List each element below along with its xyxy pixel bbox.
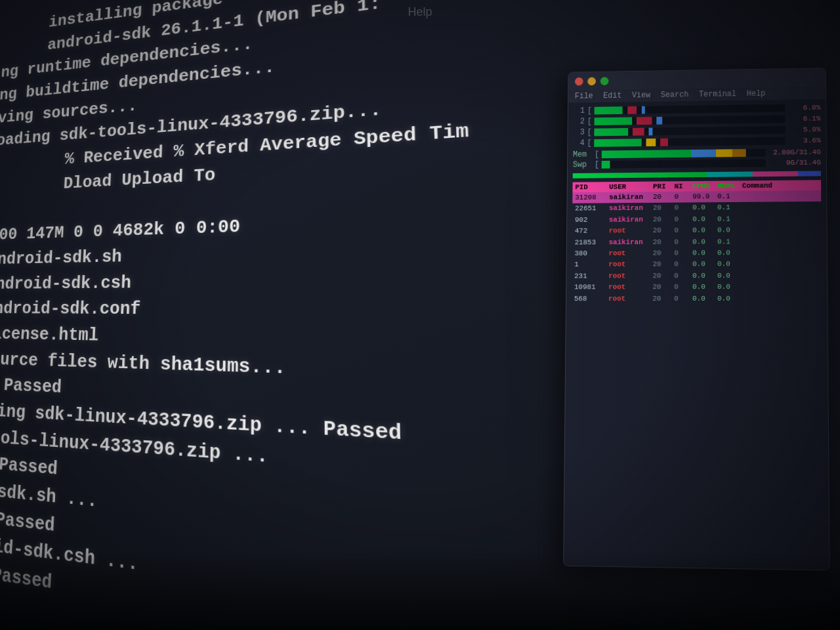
minimize-button[interactable]: [587, 77, 596, 85]
color-indicator: [573, 171, 821, 178]
swap-bar: [602, 159, 766, 169]
cpu-row-1: 1 [ 6.0%: [574, 103, 821, 116]
cpu-label-3: 3: [573, 128, 585, 137]
process-row: 380 root 20 0 0.0 0.0: [572, 247, 821, 260]
cpu-bar-3: [595, 126, 786, 136]
process-row: 21853 saikiran 20 0 0.0 0.1: [572, 236, 822, 248]
cpu-row-4: 4 [ 3.6%: [573, 136, 821, 148]
swap-row: Swp [ 9G/31.4G: [573, 158, 821, 170]
process-row: 902 saikiran 20 0 0.0 0.1: [572, 213, 822, 226]
menu-view[interactable]: View: [632, 91, 650, 100]
cpu-section: 1 [ 6.0% 2 [ 6.1%: [573, 103, 821, 148]
cpu-label-1: 1: [574, 106, 585, 116]
process-row: 568 root 20 0 0.0 0.0: [572, 293, 822, 304]
col-pri: PRI: [653, 182, 669, 190]
terminal-content: installing package android-sdk 26.1.1-1 …: [0, 0, 559, 630]
process-row: 231 root 20 0 0.0 0.0: [572, 270, 822, 282]
swap-value: 9G/31.4G: [768, 159, 821, 167]
process-row: 472 root 20 0 0.0 0.0: [572, 224, 822, 237]
col-mem: MEM%: [717, 182, 737, 190]
cpu-row-2: 2 [ 6.1%: [573, 114, 820, 127]
cpu-label-4: 4: [573, 138, 585, 148]
htop-body: 1 [ 6.0% 2 [ 6.1%: [566, 99, 828, 308]
col-user: USER: [609, 183, 648, 191]
mem-value: 2.80G/31.4G: [768, 148, 821, 157]
menu-help[interactable]: Help: [747, 89, 766, 98]
cpu-bar-4: [594, 137, 785, 147]
help-menu-label: Help: [408, 5, 432, 19]
col-pid: PID: [575, 183, 604, 191]
cpu-row-3: 3 [ 5.9%: [573, 125, 820, 136]
col-command: Command: [742, 182, 772, 190]
process-list: 31208 saikiran 20 0 99.9 0.1 22651 saiki…: [572, 190, 822, 304]
cpu-bar-1: [595, 104, 785, 115]
process-row: 10981 root 20 0 0.0 0.0: [572, 282, 822, 293]
col-cpu: CPU%: [692, 182, 712, 190]
menu-edit[interactable]: Edit: [603, 91, 621, 100]
mem-row: Mem [ 2.80G/31.4G: [573, 148, 821, 159]
cpu-value-1: 6.0%: [788, 104, 820, 112]
mem-label: Mem: [573, 150, 592, 159]
col-ni: NI: [675, 182, 688, 190]
htop-window: File Edit View Search Terminal Help 1 [ …: [563, 68, 830, 570]
maximize-button[interactable]: [600, 77, 609, 85]
cpu-label-2: 2: [573, 117, 585, 127]
menu-terminal[interactable]: Terminal: [699, 89, 736, 98]
cpu-value-3: 5.9%: [788, 125, 820, 133]
close-button[interactable]: [575, 77, 583, 85]
cpu-bar-2: [595, 115, 786, 125]
cpu-value-4: 3.6%: [788, 136, 820, 144]
cpu-value-2: 6.1%: [788, 115, 820, 123]
swap-label: Swp: [573, 160, 592, 169]
menu-file[interactable]: File: [575, 92, 593, 101]
menu-search[interactable]: Search: [661, 91, 688, 100]
process-row: 1 root 20 0 0.0 0.0: [572, 259, 822, 271]
mem-bar: [602, 149, 766, 158]
